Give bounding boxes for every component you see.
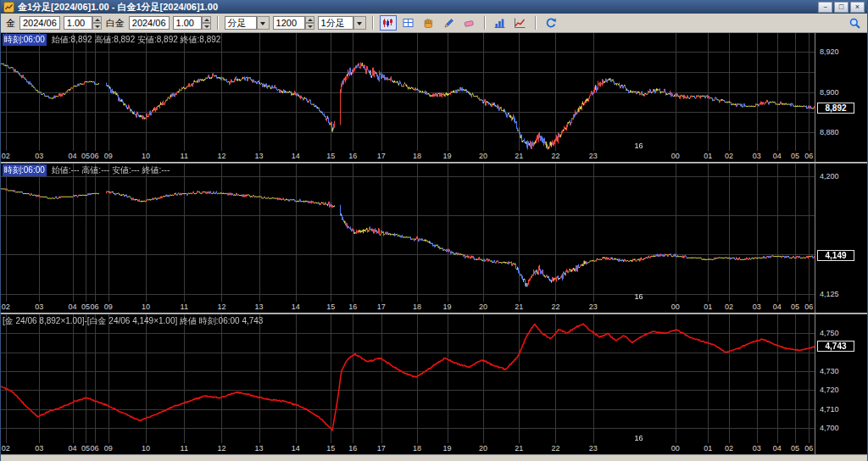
time-tick-label: 04 xyxy=(69,152,77,160)
spread-line-canvas[interactable] xyxy=(1,314,816,443)
time-tick-label: 13 xyxy=(255,444,264,453)
spin-up-icon[interactable] xyxy=(202,16,211,23)
date-change-label: 16 xyxy=(635,142,643,150)
spin-up-icon[interactable] xyxy=(305,16,314,23)
maximize-button[interactable]: □ xyxy=(834,2,849,13)
gold-multiplier-spinner[interactable] xyxy=(92,16,102,30)
gold-month-field[interactable]: 2024/06 xyxy=(19,16,60,30)
time-tick-label: 21 xyxy=(515,303,523,311)
time-tick-label: 23 xyxy=(589,152,598,160)
current-price-box: 4,149 xyxy=(817,250,854,261)
price-tick-label: 4,125 xyxy=(820,290,839,298)
platinum-multiplier-input[interactable]: 1.00 xyxy=(173,16,211,30)
time-tick-label: 15 xyxy=(326,303,335,311)
time-tick-label: 22 xyxy=(551,444,559,453)
time-tick-label: 13 xyxy=(255,152,264,160)
platinum-candlestick-canvas[interactable] xyxy=(1,164,816,302)
time-tick-label: 14 xyxy=(292,303,300,311)
split-panes-button[interactable] xyxy=(400,15,417,31)
gold-multiplier-input[interactable]: 1.00 xyxy=(64,16,102,30)
spin-down-icon[interactable] xyxy=(202,23,211,30)
price-tick-label: 4,710 xyxy=(820,405,839,414)
time-tick-label: 06 xyxy=(804,303,813,311)
bar-type-dropdown[interactable]: 分足 xyxy=(225,16,270,30)
time-tick-label: 04 xyxy=(773,444,782,453)
dropdown-arrow-icon[interactable] xyxy=(257,16,270,30)
time-tick-label: 11 xyxy=(181,444,188,453)
spread-chart-panel[interactable]: [金 24/06 8,892×1.00]-[白金 24/06 4,149×1.0… xyxy=(1,314,867,454)
time-tick-label: 21 xyxy=(515,152,523,160)
hand-icon xyxy=(422,17,435,29)
gold-candlestick-canvas[interactable] xyxy=(1,33,816,151)
eraser-button[interactable] xyxy=(461,15,478,31)
spin-down-icon[interactable] xyxy=(305,23,314,30)
time-tick-label: 23 xyxy=(589,444,598,453)
interval-dropdown[interactable]: 1分足 xyxy=(318,16,366,30)
platinum-month-field[interactable]: 2024/06 xyxy=(129,16,170,30)
platinum-chart-panel[interactable]: 時刻:06:00 始値:--- 高値:--- 安値:--- 終値:--- 16 … xyxy=(1,164,867,313)
bar-chart-blue-icon xyxy=(493,17,506,29)
time-tick-label: 00 xyxy=(671,152,680,160)
toolbar-separator xyxy=(217,16,219,30)
spin-down-icon[interactable] xyxy=(92,23,102,30)
time-tick-label: 17 xyxy=(377,303,386,311)
line-chart-button[interactable] xyxy=(512,15,529,31)
draw-line-button[interactable] xyxy=(441,15,458,31)
title-bar[interactable]: 金1分足[2024/06]1.00 - 白金1分足[2024/06]1.00 －… xyxy=(1,0,867,14)
ohlc-readout: 始値:--- 高値:--- 安値:--- 終値:--- xyxy=(52,164,170,176)
time-tick-label: 02 xyxy=(2,303,10,311)
time-tick-label: 09 xyxy=(104,303,113,311)
time-tick-label: 00 xyxy=(671,444,680,453)
info-time-badge: 時刻:06:00 xyxy=(3,164,47,176)
spread-time-axis: 0203040506091011121314151617181920212223… xyxy=(1,443,816,454)
status-bar xyxy=(1,454,867,461)
time-tick-label: 15 xyxy=(326,152,335,160)
time-tick-label: 17 xyxy=(377,444,386,453)
time-tick-label: 19 xyxy=(443,152,452,160)
bar-count-input[interactable]: 1200 xyxy=(273,16,314,30)
toolbar-separator xyxy=(535,16,537,30)
toolbar: 金 2024/06 1.00 白金 2024/06 1.00 分足 1200 1… xyxy=(1,14,867,33)
app-window: 金1分足[2024/06]1.00 - 白金1分足[2024/06]1.00 －… xyxy=(0,0,868,461)
magnifier-icon xyxy=(849,17,861,30)
time-tick-label: 12 xyxy=(217,152,225,160)
time-tick-label: 14 xyxy=(292,152,300,160)
minimize-button[interactable]: － xyxy=(818,2,832,13)
panes-icon xyxy=(402,17,415,29)
time-tick-label: 06 xyxy=(90,152,98,160)
bar-chart-button[interactable] xyxy=(492,15,509,31)
gold-chart-panel[interactable]: 時刻:06:00 始値:8,892 高値:8,892 安値:8,892 終値:8… xyxy=(1,33,867,162)
platinum-multiplier-spinner[interactable] xyxy=(202,16,211,30)
time-tick-label: 19 xyxy=(443,303,452,311)
time-tick-label: 04 xyxy=(69,444,77,453)
bar-count-value[interactable]: 1200 xyxy=(273,16,305,30)
chart-settings-button[interactable] xyxy=(846,15,863,31)
current-price-box: 4,743 xyxy=(817,341,854,352)
time-tick-label: 00 xyxy=(671,303,680,311)
hand-scroll-button[interactable] xyxy=(420,15,437,31)
time-tick-label: 01 xyxy=(704,303,712,311)
bar-count-spinner[interactable] xyxy=(305,16,314,30)
time-tick-label: 03 xyxy=(35,444,43,453)
time-tick-label: 06 xyxy=(804,444,813,453)
window-title: 金1分足[2024/06]1.00 - 白金1分足[2024/06]1.00 xyxy=(18,1,815,14)
gold-multiplier-value[interactable]: 1.00 xyxy=(64,16,92,30)
time-tick-label: 11 xyxy=(181,303,188,311)
bar-type-value[interactable]: 分足 xyxy=(225,16,257,30)
time-tick-label: 05 xyxy=(791,444,799,453)
close-button[interactable]: × xyxy=(850,2,865,13)
time-tick-label: 13 xyxy=(255,303,264,311)
platinum-multiplier-value[interactable]: 1.00 xyxy=(173,16,202,30)
gold-price-axis: 8,9208,9008,8808,892 xyxy=(815,33,867,162)
toolbar-separator xyxy=(372,16,374,30)
time-tick-label: 04 xyxy=(773,303,782,311)
refresh-button[interactable] xyxy=(542,15,559,31)
time-tick-label: 18 xyxy=(413,303,421,311)
time-tick-label: 03 xyxy=(753,303,761,311)
dropdown-arrow-icon[interactable] xyxy=(353,16,366,30)
candlestick-chart-icon xyxy=(381,17,394,29)
time-tick-label: 21 xyxy=(515,444,523,453)
interval-value[interactable]: 1分足 xyxy=(318,16,353,30)
spin-up-icon[interactable] xyxy=(92,16,102,23)
candlestick-chart-button[interactable] xyxy=(380,15,397,31)
